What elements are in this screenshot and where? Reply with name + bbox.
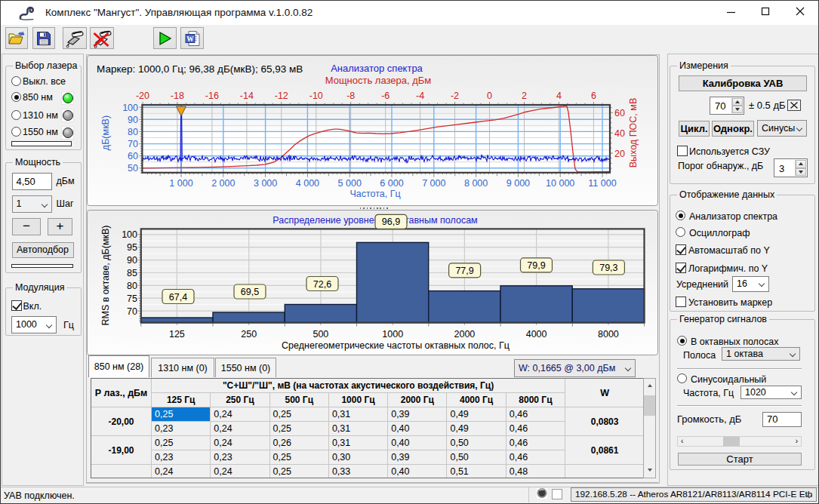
svg-text:3 000: 3 000 <box>254 178 277 189</box>
svg-text:6: 6 <box>591 91 596 101</box>
svg-text:-18: -18 <box>171 91 184 101</box>
svg-text:-20: -20 <box>136 91 149 101</box>
svg-text:79,9: 79,9 <box>527 260 545 271</box>
svg-text:72,6: 72,6 <box>313 279 331 290</box>
svg-text:-8: -8 <box>346 91 355 101</box>
svg-text:Частота, Гц: Частота, Гц <box>349 189 400 199</box>
svg-text:80: 80 <box>127 281 137 291</box>
svg-text:7 000: 7 000 <box>422 178 445 189</box>
svg-text:-14: -14 <box>240 91 254 101</box>
svg-text:дБ(мкВ): дБ(мкВ) <box>100 115 111 150</box>
svg-text:90: 90 <box>127 255 137 266</box>
svg-text:4000: 4000 <box>526 329 547 340</box>
svg-text:1 000: 1 000 <box>169 178 192 189</box>
svg-text:8 000: 8 000 <box>464 178 488 189</box>
svg-text:250: 250 <box>241 329 257 340</box>
svg-text:75: 75 <box>127 293 137 304</box>
svg-text:77,9: 77,9 <box>455 266 473 276</box>
svg-text:50: 50 <box>128 163 138 174</box>
svg-text:Среднегеометрические частоты о: Среднегеометрические частоты октавных по… <box>282 340 510 351</box>
svg-text:Маркер: 1000,0 Гц; 96,38 дБ(мк: Маркер: 1000,0 Гц; 96,38 дБ(мкВ); 65,93 … <box>97 63 303 75</box>
svg-text:2: 2 <box>522 91 527 101</box>
svg-text:20: 20 <box>614 149 625 159</box>
svg-text:-2: -2 <box>451 91 459 101</box>
svg-text:RMS в октаве, дБ(мкВ): RMS в октаве, дБ(мкВ) <box>100 225 111 325</box>
svg-text:100: 100 <box>122 229 137 240</box>
svg-text:60: 60 <box>128 151 138 161</box>
svg-text:4: 4 <box>556 91 562 101</box>
svg-text:80: 80 <box>128 127 138 137</box>
svg-text:70: 70 <box>128 139 138 149</box>
svg-text:70: 70 <box>127 306 137 317</box>
svg-text:5 000: 5 000 <box>338 178 362 189</box>
svg-text:69,5: 69,5 <box>241 287 259 297</box>
svg-text:-10: -10 <box>309 91 323 101</box>
svg-text:79,3: 79,3 <box>599 263 617 273</box>
svg-text:85: 85 <box>127 268 137 278</box>
svg-text:-6: -6 <box>381 91 389 101</box>
svg-text:67,4: 67,4 <box>169 292 187 303</box>
svg-text:500: 500 <box>313 329 328 340</box>
svg-text:-16: -16 <box>205 91 219 101</box>
svg-text:100: 100 <box>122 103 138 113</box>
svg-text:Выход ПОС, мВ: Выход ПОС, мВ <box>628 98 639 168</box>
svg-text:125: 125 <box>169 329 185 340</box>
svg-text:Анализатор спектра: Анализатор спектра <box>331 63 423 74</box>
svg-text:9 000: 9 000 <box>506 178 530 189</box>
svg-text:11 000: 11 000 <box>588 178 616 189</box>
svg-text:8000: 8000 <box>598 329 619 340</box>
svg-text:60: 60 <box>614 108 625 118</box>
svg-text:-4: -4 <box>416 91 424 101</box>
svg-text:0: 0 <box>487 91 492 101</box>
svg-text:40: 40 <box>614 128 625 139</box>
svg-text:W: W <box>186 35 194 42</box>
svg-text:1000: 1000 <box>382 329 403 340</box>
svg-text:4 000: 4 000 <box>296 178 319 189</box>
svg-text:96,9: 96,9 <box>382 217 400 227</box>
svg-text:95: 95 <box>127 242 137 253</box>
svg-text:90: 90 <box>128 115 138 125</box>
svg-text:-12: -12 <box>275 91 288 101</box>
svg-text:10 000: 10 000 <box>546 178 574 189</box>
svg-text:2 000: 2 000 <box>211 178 235 189</box>
svg-text:2000: 2000 <box>454 329 475 340</box>
svg-text:6 000: 6 000 <box>380 178 403 189</box>
svg-text:Мощность лазера, дБм: Мощность лазера, дБм <box>325 75 432 86</box>
